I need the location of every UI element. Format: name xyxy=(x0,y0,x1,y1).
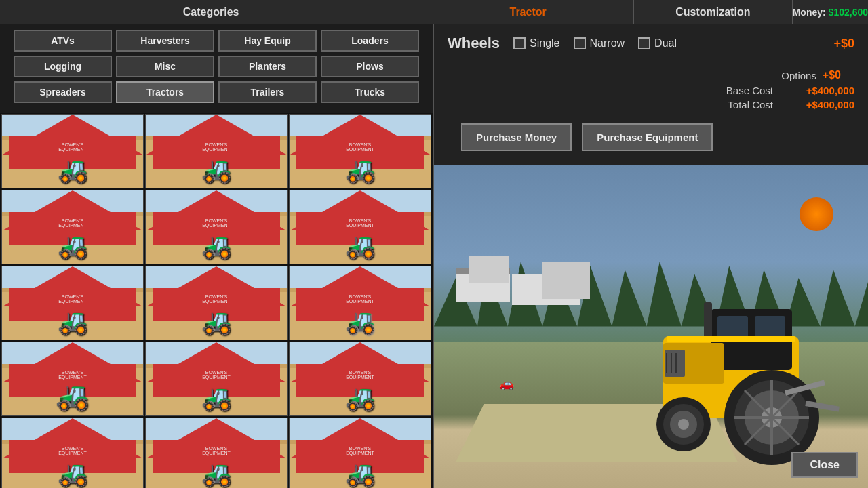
money-value: $102,600 xyxy=(829,7,868,18)
scene-view: 🚗 xyxy=(434,165,868,488)
tractor-item[interactable]: BOWEN'SEQUIPMENT 🚜 xyxy=(289,418,431,488)
header-money: Money: $102,600 xyxy=(793,0,868,24)
cat-btn-spreaders[interactable]: Spreaders xyxy=(14,81,112,103)
base-cost-row: Base Cost +$400,000 xyxy=(448,85,854,96)
total-cost-row: Total Cost +$400,000 xyxy=(448,99,854,110)
svg-rect-5 xyxy=(665,350,685,377)
purchase-money-button[interactable]: Purchase Money xyxy=(461,123,572,151)
tractor-img: 🚜 xyxy=(345,232,376,260)
wheel-dual-label: Dual xyxy=(654,37,677,49)
wheel-single-option[interactable]: Single xyxy=(513,37,559,49)
cat-btn-misc[interactable]: Misc xyxy=(116,56,214,77)
tractor-img: 🚜 xyxy=(201,156,232,184)
options-row: Options +$0 xyxy=(448,66,854,85)
cat-btn-harvesters[interactable]: Harvesters xyxy=(116,30,214,52)
money-label: Money: xyxy=(793,7,826,18)
tractor-item[interactable]: BOWEN'SEQUIPMENT 🚜 xyxy=(1,266,144,340)
svg-rect-22 xyxy=(667,336,795,342)
tractor-img: 🚜 xyxy=(345,384,376,412)
tractor-img: 🚜 xyxy=(201,308,232,336)
tractor-item[interactable]: BOWEN'SEQUIPMENT 🚜 xyxy=(145,342,288,416)
wheels-section: Wheels Single Narrow Dual +$0 xyxy=(448,35,854,52)
wheel-narrow-checkbox[interactable] xyxy=(574,37,586,49)
tractor-img: 🚜 xyxy=(58,156,88,184)
svg-point-21 xyxy=(678,419,689,430)
header-customization-tab[interactable]: Customization xyxy=(634,0,793,24)
options-label: Options xyxy=(781,70,816,81)
tractor-item[interactable]: BOWEN'SEQUIPMENT 🚜 xyxy=(1,342,144,416)
tractor-item[interactable]: BOWEN'SEQUIPMENT 🚜 xyxy=(1,190,144,264)
customization-tab-label: Customization xyxy=(675,6,750,18)
tractor-grid: BOWEN'SEQUIPMENT 🚜 BOWEN'SEQUIPMENT 🚜 BO… xyxy=(0,113,433,488)
base-cost-value: +$400,000 xyxy=(787,85,854,96)
cat-btn-tractors[interactable]: Tractors xyxy=(116,81,214,103)
category-row-3: Spreaders Tractors Trailers Trucks xyxy=(5,81,427,103)
tractor-item[interactable]: BOWEN'SEQUIPMENT 🚜 xyxy=(145,114,288,188)
cat-btn-hay-equip[interactable]: Hay Equip xyxy=(218,30,317,52)
tractor-img: 🚜 xyxy=(58,232,88,260)
tractor-item[interactable]: BOWEN'SEQUIPMENT 🚜 xyxy=(1,418,144,488)
category-row-2: Logging Misc Planters Plows xyxy=(5,56,427,77)
tractor-item[interactable]: BOWEN'SEQUIPMENT 🚜 xyxy=(145,266,288,340)
tractor-item[interactable]: BOWEN'SEQUIPMENT 🚜 xyxy=(145,190,288,264)
tractor-img: 🚜 xyxy=(201,384,232,412)
cat-btn-loaders[interactable]: Loaders xyxy=(321,30,419,52)
svg-rect-2 xyxy=(717,316,748,340)
tractor-img: 🚜 xyxy=(58,308,88,336)
tractor-item[interactable]: BOWEN'SEQUIPMENT 🚜 xyxy=(289,190,431,264)
cat-btn-trucks[interactable]: Trucks xyxy=(321,81,419,103)
cat-btn-planters[interactable]: Planters xyxy=(218,56,317,77)
close-button[interactable]: Close xyxy=(791,452,858,478)
wheel-narrow-label: Narrow xyxy=(590,37,625,49)
tractor-item[interactable]: BOWEN'SEQUIPMENT 🚜 xyxy=(289,266,431,340)
category-row-1: ATVs Harvesters Hay Equip Loaders xyxy=(5,30,427,52)
wheel-single-label: Single xyxy=(530,37,559,49)
bg-building-2 xyxy=(469,256,509,283)
sun-decoration xyxy=(800,197,833,231)
bg-building-4 xyxy=(542,262,590,299)
wheel-narrow-option[interactable]: Narrow xyxy=(574,37,625,49)
left-panel: ATVs Harvesters Hay Equip Loaders Loggin… xyxy=(0,24,434,488)
cat-btn-logging[interactable]: Logging xyxy=(14,56,112,77)
right-panel: Wheels Single Narrow Dual +$0 Options xyxy=(434,24,868,488)
tractor-img: 🚜 xyxy=(201,460,232,488)
total-cost-value: +$400,000 xyxy=(787,99,854,110)
tractor-img: 🚜 xyxy=(56,380,90,412)
tractor-img: 🚜 xyxy=(345,156,376,184)
tractor-item[interactable]: BOWEN'SEQUIPMENT 🚜 xyxy=(145,418,288,488)
wheel-dual-checkbox[interactable] xyxy=(638,37,650,49)
svg-rect-9 xyxy=(704,302,712,340)
tractor-img: 🚜 xyxy=(345,460,376,488)
cat-btn-trailers[interactable]: Trailers xyxy=(218,81,317,103)
tractor-tab-label: Tractor xyxy=(510,6,547,18)
categories-label: Categories xyxy=(183,6,239,18)
tractor-img: 🚜 xyxy=(345,308,376,336)
total-cost-label: Total Cost xyxy=(728,99,773,110)
tractor-item[interactable]: BOWEN'SEQUIPMENT 🚜 xyxy=(289,342,431,416)
category-grid: ATVs Harvesters Hay Equip Loaders Loggin… xyxy=(0,24,433,113)
wheel-price: +$0 xyxy=(833,37,854,51)
wheels-label: Wheels xyxy=(448,35,500,52)
purchase-section: Purchase Money Purchase Equipment xyxy=(448,113,854,161)
header-tractor-tab[interactable]: Tractor xyxy=(422,0,634,24)
wheel-single-checkbox[interactable] xyxy=(513,37,526,49)
purchase-equipment-button[interactable]: Purchase Equipment xyxy=(582,123,713,151)
main-tractor-display xyxy=(609,282,846,472)
distant-vehicle: 🚗 xyxy=(499,376,514,391)
svg-rect-3 xyxy=(755,316,785,340)
cat-btn-atvs[interactable]: ATVs xyxy=(14,30,112,52)
wheel-dual-option[interactable]: Dual xyxy=(638,37,677,49)
tractor-img: 🚜 xyxy=(58,460,88,488)
header-categories: Categories xyxy=(0,0,422,24)
tractor-item[interactable]: BOWEN'SEQUIPMENT 🚜 xyxy=(1,114,144,188)
options-price: +$0 xyxy=(823,69,841,81)
cat-btn-plows[interactable]: Plows xyxy=(321,56,419,77)
tractor-img: 🚜 xyxy=(201,232,232,260)
tractor-item[interactable]: BOWEN'SEQUIPMENT 🚜 xyxy=(289,114,431,188)
base-cost-label: Base Cost xyxy=(726,85,773,96)
